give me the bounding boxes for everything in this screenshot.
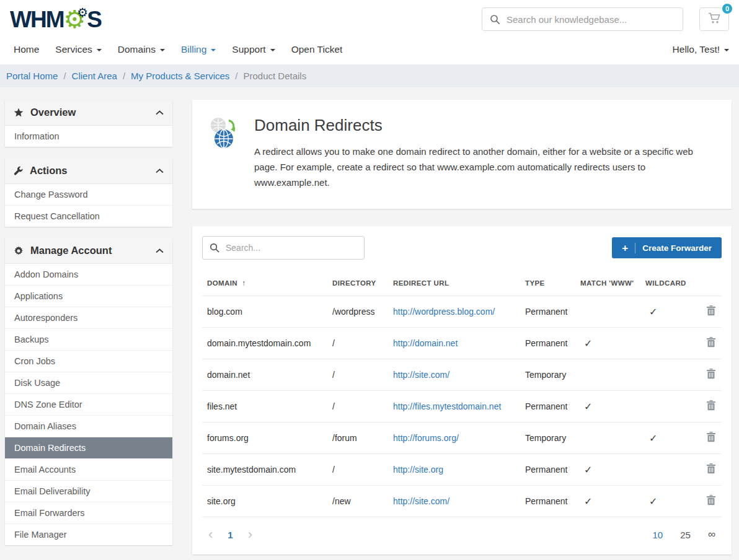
- redirect-url-link[interactable]: http://files.mytestdomain.net: [393, 401, 501, 411]
- nav-label: Services: [55, 44, 92, 55]
- caret-down-icon: [211, 49, 216, 51]
- match-www-check: ✓: [575, 454, 640, 486]
- sidebar-item-applications[interactable]: Applications: [5, 286, 172, 307]
- cart-button[interactable]: 0: [699, 7, 729, 31]
- cell-actions: [697, 328, 722, 359]
- caret-down-icon: [160, 49, 165, 51]
- wrench-icon: [14, 166, 23, 175]
- nav-item-domains[interactable]: Domains: [118, 44, 165, 55]
- sidebar-item-domain-aliases[interactable]: Domain Aliases: [5, 416, 172, 437]
- cell-redirect-url: http://site.com/: [388, 486, 520, 517]
- sidebar-item-cron-jobs[interactable]: Cron Jobs: [5, 351, 172, 372]
- cell-actions: [697, 486, 722, 517]
- table-search: [202, 236, 365, 260]
- cart-count-badge: 0: [721, 2, 733, 15]
- nav-item-services[interactable]: Services: [55, 44, 101, 55]
- logo-text-left: WHM: [10, 8, 63, 31]
- prev-page-icon[interactable]: ‹: [208, 528, 213, 541]
- redirect-url-link[interactable]: http://site.com/: [393, 370, 449, 380]
- sidebar-item-domain-redirects[interactable]: Domain Redirects: [5, 437, 172, 459]
- page-title: Domain Redirects: [254, 116, 713, 135]
- delete-icon[interactable]: [707, 400, 715, 411]
- redirect-url-link[interactable]: http://domain.net: [393, 338, 458, 348]
- sidebar-item-backups[interactable]: Backups: [5, 329, 172, 351]
- page-size-25[interactable]: 25: [680, 530, 691, 540]
- wildcard-check: ✓: [640, 422, 697, 454]
- sidebar-item-autoresponders[interactable]: Autoresponders: [5, 307, 172, 329]
- match-www-check: [575, 296, 640, 328]
- manage-account-panel-header[interactable]: Manage Account: [5, 238, 172, 264]
- logo-text-right: S: [87, 8, 101, 31]
- sidebar-item-email-deliverability[interactable]: Email Deliverability: [5, 481, 172, 502]
- nav-item-support[interactable]: Support: [232, 44, 275, 55]
- sidebar-item-disk-usage[interactable]: Disk Usage: [5, 372, 172, 394]
- match-www-check: ✓: [575, 328, 640, 359]
- page-number[interactable]: 1: [228, 530, 232, 540]
- cell-domain: site.mytestdomain.com: [202, 454, 327, 486]
- column-header-directory[interactable]: DIRECTORY: [327, 271, 388, 296]
- cell-actions: [697, 359, 722, 391]
- breadcrumb-client-area[interactable]: Client Area: [72, 71, 117, 81]
- column-header-match-www[interactable]: MATCH 'WWW': [575, 271, 640, 296]
- sidebar-item-information[interactable]: Information: [5, 126, 172, 147]
- sidebar-item-change-password[interactable]: Change Password: [5, 184, 172, 206]
- delete-icon[interactable]: [707, 369, 715, 379]
- column-header-type[interactable]: TYPE: [520, 271, 575, 296]
- sidebar-item-request-cancellation[interactable]: Request Cancellation: [5, 206, 172, 227]
- caret-down-icon: [97, 49, 102, 51]
- sidebar-item-dns-zone-editor[interactable]: DNS Zone Editor: [5, 394, 172, 416]
- actions-panel: Actions Change Password Request Cancella…: [5, 158, 172, 227]
- breadcrumb-products-services[interactable]: My Products & Services: [131, 71, 229, 81]
- delete-icon[interactable]: [707, 432, 715, 442]
- redirect-url-link[interactable]: http://site.org: [393, 465, 443, 475]
- page-size-all-icon[interactable]: ∞: [708, 528, 715, 541]
- column-header-domain[interactable]: DOMAIN↑: [202, 271, 327, 296]
- sidebar-item-addon-domains[interactable]: Addon Domains: [5, 264, 172, 286]
- table-row: site.org /new http://site.com/ Permanent…: [202, 486, 722, 517]
- sidebar-item-email-accounts[interactable]: Email Accounts: [5, 459, 172, 481]
- redirect-url-link[interactable]: http://wordpress.blog.com/: [393, 307, 495, 317]
- column-header-redirect-url[interactable]: REDIRECT URL: [388, 271, 520, 296]
- knowledgebase-search-input[interactable]: [507, 14, 675, 25]
- wildcard-check: [640, 359, 697, 391]
- plus-icon: +: [622, 243, 635, 253]
- cell-type: Permanent: [520, 328, 575, 359]
- redirect-url-link[interactable]: http://site.com/: [393, 496, 449, 506]
- delete-icon[interactable]: [707, 495, 715, 505]
- cell-redirect-url: http://wordpress.blog.com/: [388, 296, 520, 328]
- nav-item-open-ticket[interactable]: Open Ticket: [291, 44, 343, 55]
- delete-icon[interactable]: [707, 305, 715, 316]
- sidebar-item-email-forwarders[interactable]: Email Forwarders: [5, 502, 172, 524]
- create-forwarder-button[interactable]: + Create Forwarder: [612, 237, 722, 258]
- sidebar-item-file-manager[interactable]: File Manager: [5, 524, 172, 545]
- nav-label: Home: [14, 44, 39, 55]
- pagination: ‹ 1 › 10 25 ∞: [202, 517, 722, 551]
- cell-directory: /: [327, 454, 388, 486]
- cell-directory: /wordpress: [327, 296, 388, 328]
- redirect-url-link[interactable]: http://forums.org/: [393, 433, 459, 443]
- star-icon: [14, 108, 24, 117]
- next-page-icon[interactable]: ›: [248, 528, 252, 541]
- cell-type: Temporary: [520, 422, 575, 454]
- table-search-input[interactable]: [226, 243, 357, 253]
- caret-down-icon: [724, 49, 729, 51]
- column-header-wildcard[interactable]: WILDCARD: [640, 271, 697, 296]
- nav-item-home[interactable]: Home: [14, 44, 39, 55]
- page-size-10[interactable]: 10: [653, 530, 663, 540]
- table-row: domain.net / http://site.com/ Temporary: [202, 359, 722, 391]
- table-row: forums.org /forum http://forums.org/ Tem…: [202, 422, 722, 454]
- panel-title: Overview: [30, 107, 76, 118]
- overview-panel-header[interactable]: Overview: [5, 100, 172, 126]
- column-label: DOMAIN: [207, 279, 237, 287]
- cell-type: Temporary: [520, 359, 575, 391]
- chevron-up-icon: [156, 168, 164, 173]
- user-menu[interactable]: Hello, Test!: [673, 44, 729, 55]
- whmcs-logo[interactable]: WHM ⚙ ⚙ S: [10, 7, 101, 32]
- nav-item-billing[interactable]: Billing: [181, 44, 216, 55]
- breadcrumb-portal-home[interactable]: Portal Home: [6, 71, 58, 81]
- actions-panel-header[interactable]: Actions: [5, 158, 172, 184]
- breadcrumb: Portal Home / Client Area / My Products …: [0, 64, 739, 87]
- delete-icon[interactable]: [707, 337, 715, 348]
- column-label: TYPE: [525, 279, 545, 287]
- delete-icon[interactable]: [707, 463, 715, 474]
